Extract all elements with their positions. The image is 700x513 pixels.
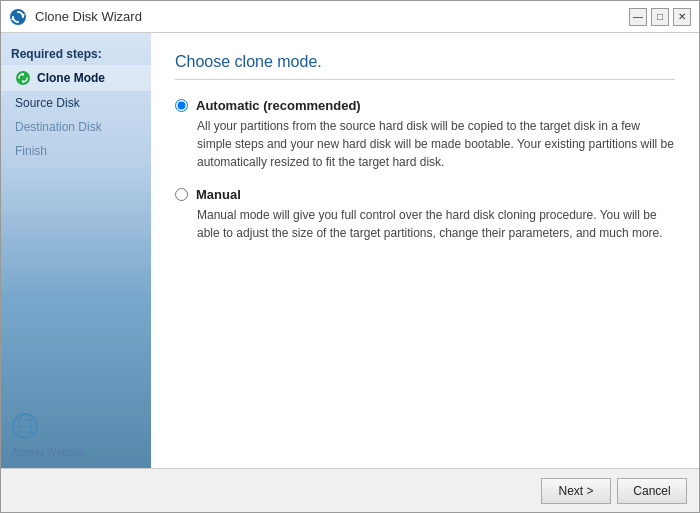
sidebar-required-label: Required steps: (1, 41, 151, 65)
manual-option-group: Manual Manual mode will give you full co… (175, 187, 675, 242)
close-button[interactable]: ✕ (673, 8, 691, 26)
window: Clone Disk Wizard — □ ✕ Required steps: … (0, 0, 700, 513)
sidebar-item-source-disk[interactable]: Source Disk (1, 91, 151, 115)
sidebar-item-destination-disk[interactable]: Destination Disk (1, 115, 151, 139)
cancel-button[interactable]: Cancel (617, 478, 687, 504)
manual-option-row: Manual (175, 187, 675, 202)
sidebar: Required steps: Clone Mode Source Disk D… (1, 33, 151, 468)
main-panel: Choose clone mode. Automatic (recommende… (151, 33, 699, 468)
maximize-button[interactable]: □ (651, 8, 669, 26)
manual-desc: Manual mode will give you full control o… (197, 206, 675, 242)
sidebar-clone-mode-label: Clone Mode (37, 71, 105, 85)
main-title: Choose clone mode. (175, 53, 675, 80)
app-icon (9, 8, 27, 26)
manual-label[interactable]: Manual (196, 187, 241, 202)
clone-mode-icon (15, 70, 31, 86)
window-title: Clone Disk Wizard (35, 9, 142, 24)
title-bar-left: Clone Disk Wizard (9, 8, 142, 26)
globe-icon[interactable] (11, 412, 39, 440)
automatic-desc: All your partitions from the source hard… (197, 117, 675, 171)
next-button[interactable]: Next > (541, 478, 611, 504)
minimize-button[interactable]: — (629, 8, 647, 26)
sidebar-source-disk-label: Source Disk (15, 96, 80, 110)
footer: Next > Cancel (1, 468, 699, 512)
sidebar-item-clone-mode[interactable]: Clone Mode (1, 65, 151, 91)
sidebar-destination-disk-label: Destination Disk (15, 120, 102, 134)
content-area: Required steps: Clone Mode Source Disk D… (1, 33, 699, 468)
title-bar-controls: — □ ✕ (629, 8, 691, 26)
sidebar-finish-label: Finish (15, 144, 47, 158)
automatic-option-group: Automatic (recommended) All your partiti… (175, 98, 675, 171)
acronis-website-link[interactable]: Acronis Website (11, 447, 141, 458)
automatic-label[interactable]: Automatic (recommended) (196, 98, 361, 113)
automatic-radio[interactable] (175, 99, 188, 112)
automatic-option-row: Automatic (recommended) (175, 98, 675, 113)
sidebar-item-finish[interactable]: Finish (1, 139, 151, 163)
title-bar: Clone Disk Wizard — □ ✕ (1, 1, 699, 33)
sidebar-bottom: Acronis Website (1, 402, 151, 468)
manual-radio[interactable] (175, 188, 188, 201)
